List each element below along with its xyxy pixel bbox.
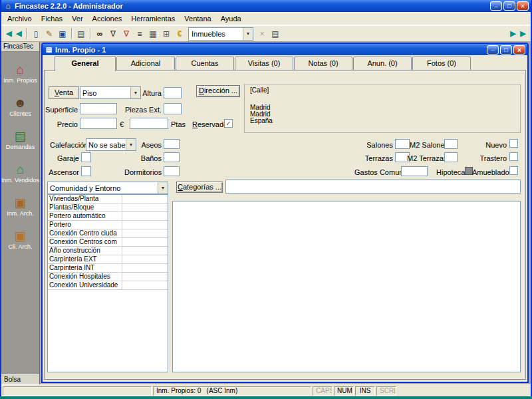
sidebar-item-inm-propios[interactable]: ⌂ Inm. Propios — [1, 57, 39, 90]
sidebar-item-inm-arch[interactable]: ▣ Inm. Arch. — [1, 190, 39, 223]
chevron-down-icon[interactable] — [243, 28, 253, 40]
ascensor-input[interactable] — [81, 166, 91, 176]
chevron-down-icon[interactable] — [158, 182, 168, 194]
menu-fichas[interactable]: Fichas — [37, 13, 67, 25]
menu-ventana[interactable]: Ventana — [180, 13, 215, 25]
calculator-icon[interactable]: ⊞ — [160, 27, 173, 41]
menu-ayuda[interactable]: Ayuda — [216, 13, 246, 25]
aseos-input[interactable] — [164, 139, 180, 149]
tab-anuncios[interactable]: Anun. (0) — [353, 57, 412, 70]
tab-general[interactable]: General — [55, 56, 116, 71]
salones-input[interactable] — [395, 139, 410, 149]
tab-adicional[interactable]: Adicional — [116, 57, 175, 70]
module-selector[interactable]: Inmuebles — [188, 27, 253, 41]
list-item[interactable]: Carpintería INT — [48, 264, 168, 273]
piezas-ext-input[interactable] — [164, 103, 182, 114]
m2-terrazas-input[interactable] — [444, 152, 458, 162]
list-icon[interactable]: ≡ — [133, 27, 146, 41]
list-item-value[interactable] — [122, 255, 168, 263]
list-item[interactable]: Plantas/Bloque — [48, 203, 168, 212]
list-item[interactable]: Año construcción — [48, 247, 168, 255]
list-item-value[interactable] — [122, 238, 168, 246]
list-item[interactable]: Portero automático — [48, 212, 168, 221]
toolbar-separator — [26, 28, 27, 39]
gastos-comunidad-input[interactable] — [401, 166, 428, 176]
grid-icon[interactable]: ▦ — [146, 27, 160, 41]
list-item-value[interactable] — [122, 229, 168, 237]
last-record-icon[interactable]: ▶ — [518, 27, 528, 41]
sidebar-item-cli-arch[interactable]: ▣ Cli. Arch. — [1, 223, 39, 256]
m2-salones-input[interactable] — [444, 139, 458, 149]
direccion-button[interactable]: Dirección ... — [196, 85, 240, 97]
close-button[interactable] — [517, 1, 529, 11]
superficie-input[interactable] — [80, 103, 117, 114]
list-item[interactable]: Conexión Centro ciuda — [48, 229, 168, 238]
list-item[interactable]: Conexión Centros com — [48, 238, 168, 247]
prev-record-icon[interactable]: ◀ — [14, 27, 24, 41]
list-item-label: Portero automático — [48, 212, 122, 220]
altura-label: Altura — [136, 89, 162, 97]
doc-maximize-button[interactable] — [500, 45, 512, 55]
sidebar-item-clientes[interactable]: ☻ Clientes — [1, 90, 39, 123]
dormitorios-input[interactable] — [164, 166, 180, 176]
categorias-button[interactable]: Categorías ... — [176, 182, 223, 193]
precio-ptas-input[interactable] — [130, 118, 168, 129]
list-item[interactable]: Portero — [48, 221, 168, 229]
nuevo-checkbox[interactable] — [509, 139, 518, 148]
categorias-input[interactable] — [225, 180, 521, 194]
next-record-icon[interactable]: ▶ — [508, 27, 518, 41]
menu-herramientas[interactable]: Herramientas — [126, 13, 180, 25]
new-document-icon[interactable]: ▯ — [29, 27, 43, 41]
altura-input[interactable] — [164, 87, 182, 98]
list-item-value[interactable] — [122, 281, 168, 289]
minimize-button[interactable] — [490, 1, 502, 11]
search-icon[interactable]: ∞ — [93, 27, 106, 41]
doc-minimize-button[interactable] — [487, 45, 499, 55]
tab-visitas[interactable]: Visitas (0) — [235, 57, 293, 70]
tab-notas[interactable]: Notas (0) — [294, 57, 352, 70]
banos-input[interactable] — [164, 152, 180, 162]
descripcion-textarea[interactable] — [172, 201, 521, 372]
sidebar-footer-bolsa[interactable]: Bolsa — [1, 374, 39, 384]
precio-euros-input[interactable] — [80, 118, 117, 129]
first-record-icon[interactable]: ◀ — [4, 27, 14, 41]
list-item-value[interactable] — [122, 203, 168, 211]
tab-cuentas[interactable]: Cuentas — [176, 57, 234, 70]
sidebar-item-inm-vendidos[interactable]: ⌂ Inm. Vendidos — [1, 156, 39, 190]
print-icon[interactable]: ▤ — [74, 27, 88, 41]
tipo-inmueble-select[interactable]: Piso — [80, 86, 141, 99]
list-item[interactable]: Conexión Universidade — [48, 281, 168, 290]
euro-icon[interactable]: € — [173, 27, 186, 41]
print-preview-icon[interactable]: ▤ — [269, 27, 282, 41]
save-icon[interactable]: ▣ — [56, 27, 69, 41]
garaje-input[interactable] — [81, 152, 91, 162]
menu-ver[interactable]: Ver — [67, 13, 88, 25]
gastos-comunidad-label: Gastos Comun. — [354, 168, 398, 176]
reservado-checkbox[interactable]: ✓ — [224, 119, 233, 128]
list-item-value[interactable] — [122, 264, 168, 272]
entorno-category-select[interactable]: Comunidad y Entorno — [47, 182, 168, 194]
list-item[interactable]: Carpintería EXT — [48, 255, 168, 264]
list-item[interactable]: Conexión Hospitales — [48, 273, 168, 281]
filter-clear-icon[interactable]: ∇ — [120, 27, 133, 41]
list-item-value[interactable] — [122, 221, 168, 229]
menu-archivo[interactable]: Archivo — [3, 13, 37, 25]
tab-fotos[interactable]: Fotos (0) — [412, 57, 471, 70]
sidebar-item-demandas[interactable]: ▤ Demandas — [1, 123, 39, 156]
trastero-checkbox[interactable] — [509, 152, 518, 161]
menu-acciones[interactable]: Acciones — [88, 13, 127, 25]
list-item-value[interactable] — [122, 273, 168, 281]
list-item-value[interactable] — [122, 247, 168, 255]
amueblado-checkbox[interactable] — [509, 166, 518, 175]
maximize-button[interactable] — [503, 1, 515, 11]
list-item[interactable]: Viviendas/Planta — [48, 195, 168, 203]
m2-salones-label: M2 Salones — [410, 141, 442, 149]
calefaccion-select[interactable]: No se sabe — [86, 138, 136, 151]
list-item-value[interactable] — [122, 212, 168, 220]
delete-icon[interactable]: × — [255, 27, 269, 41]
filter-icon[interactable]: ∇ — [106, 27, 120, 41]
doc-close-button[interactable] — [513, 45, 525, 55]
edit-icon[interactable]: ✎ — [43, 27, 56, 41]
chevron-down-icon[interactable] — [126, 139, 136, 150]
list-item-value[interactable] — [122, 195, 168, 203]
